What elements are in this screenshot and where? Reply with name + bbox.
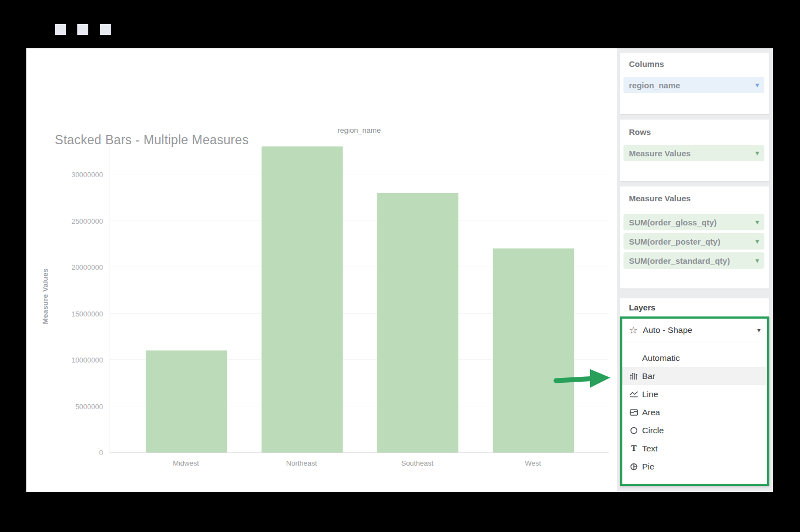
- chevron-down-icon: ▾: [756, 150, 759, 156]
- x-tick-label: Midwest: [145, 459, 226, 467]
- x-tick-label: Southeast: [377, 459, 458, 467]
- y-tick-label: 0: [26, 449, 103, 457]
- menu-item-text[interactable]: T Text: [622, 439, 767, 457]
- shape-dropdown[interactable]: ☆ Auto - Shape ▾: [622, 319, 767, 342]
- measure-field-label: SUM(order_gloss_qty): [629, 218, 717, 227]
- columns-field-pill[interactable]: region_name ▾: [623, 77, 764, 93]
- shape-dropdown-menu: Automatic: [622, 342, 767, 476]
- chart-pane: Stacked Bars - Multiple Measures region_…: [26, 48, 617, 492]
- y-tick-label: 10000000: [26, 356, 103, 364]
- star-icon: ☆: [629, 324, 638, 336]
- menu-item-label: Bar: [642, 371, 655, 381]
- y-tick-label: 25000000: [26, 217, 103, 225]
- plot-area: [110, 140, 609, 453]
- shape-dropdown-value: Auto - Shape: [643, 325, 692, 335]
- menu-item-circle[interactable]: Circle: [622, 421, 767, 439]
- rows-field-label: Measure Values: [629, 149, 691, 158]
- gridline: [110, 174, 609, 174]
- bar-midwest[interactable]: [146, 350, 227, 452]
- menu-item-label: Automatic: [642, 353, 680, 363]
- measure-field-label: SUM(order_poster_qty): [629, 237, 720, 246]
- chevron-down-icon: ▾: [756, 82, 759, 88]
- measure-field-pill[interactable]: SUM(order_standard_qty) ▾: [623, 252, 764, 269]
- menu-item-area[interactable]: Area: [622, 403, 767, 421]
- bar-west[interactable]: [493, 248, 574, 452]
- area-chart-icon: [629, 408, 639, 417]
- window-control-3[interactable]: [100, 24, 111, 35]
- menu-item-label: Circle: [642, 426, 664, 435]
- chevron-down-icon: ▾: [756, 257, 759, 264]
- menu-item-label: Text: [642, 444, 657, 454]
- menu-item-line[interactable]: Line: [622, 385, 767, 403]
- measure-field-label: SUM(order_standard_qty): [629, 256, 730, 265]
- x-tick-label: Northeast: [261, 459, 342, 467]
- bar-southeast[interactable]: [377, 193, 458, 452]
- chevron-down-icon: ▾: [756, 238, 759, 245]
- y-tick-label: 20000000: [26, 263, 103, 271]
- menu-item-automatic[interactable]: Automatic: [622, 349, 767, 367]
- measure-values-card: Measure Values SUM(order_gloss_qty) ▾ SU…: [620, 186, 769, 288]
- columns-header: Columns: [629, 59, 664, 69]
- main-content: Stacked Bars - Multiple Measures region_…: [26, 48, 773, 492]
- y-tick-label: 15000000: [26, 310, 103, 318]
- circle-icon: [629, 426, 639, 435]
- rows-card: Rows Measure Values ▾: [620, 120, 769, 181]
- rows-field-pill[interactable]: Measure Values ▾: [623, 145, 764, 161]
- rows-header: Rows: [629, 127, 651, 137]
- pie-chart-icon: [629, 462, 639, 471]
- shape-dropdown-annotation-box: ☆ Auto - Shape ▾ Automatic: [620, 316, 769, 486]
- measure-field-pill[interactable]: SUM(order_gloss_qty) ▾: [623, 214, 764, 230]
- menu-item-label: Line: [642, 389, 658, 399]
- text-icon: T: [629, 444, 639, 453]
- app-window: Stacked Bars - Multiple Measures region_…: [0, 0, 800, 532]
- column-facet-label: region_name: [110, 126, 609, 134]
- x-tick-label: West: [492, 459, 574, 467]
- line-chart-icon: [629, 390, 639, 399]
- measure-values-header: Measure Values: [629, 194, 691, 203]
- menu-item-bar[interactable]: Bar: [622, 367, 767, 385]
- columns-field-label: region_name: [629, 81, 680, 90]
- layers-header: Layers: [629, 303, 655, 312]
- y-tick-label: 30000000: [26, 171, 103, 179]
- chevron-down-icon: ▾: [756, 219, 759, 225]
- settings-sidebar: Columns region_name ▾ Rows Measure Value…: [617, 48, 773, 492]
- menu-item-pie[interactable]: Pie: [622, 457, 767, 476]
- bar-chart-icon: [629, 372, 639, 381]
- columns-card: Columns region_name ▾: [620, 53, 769, 114]
- bar-northeast[interactable]: [262, 146, 343, 452]
- window-control-1[interactable]: [55, 24, 66, 35]
- y-tick-label: 5000000: [26, 403, 103, 411]
- measure-field-pill[interactable]: SUM(order_poster_qty) ▾: [623, 233, 764, 250]
- chevron-down-icon: ▾: [757, 326, 761, 334]
- gridline: [110, 220, 609, 221]
- menu-item-label: Pie: [642, 462, 654, 472]
- menu-item-label: Area: [642, 408, 660, 417]
- window-control-2[interactable]: [77, 24, 88, 35]
